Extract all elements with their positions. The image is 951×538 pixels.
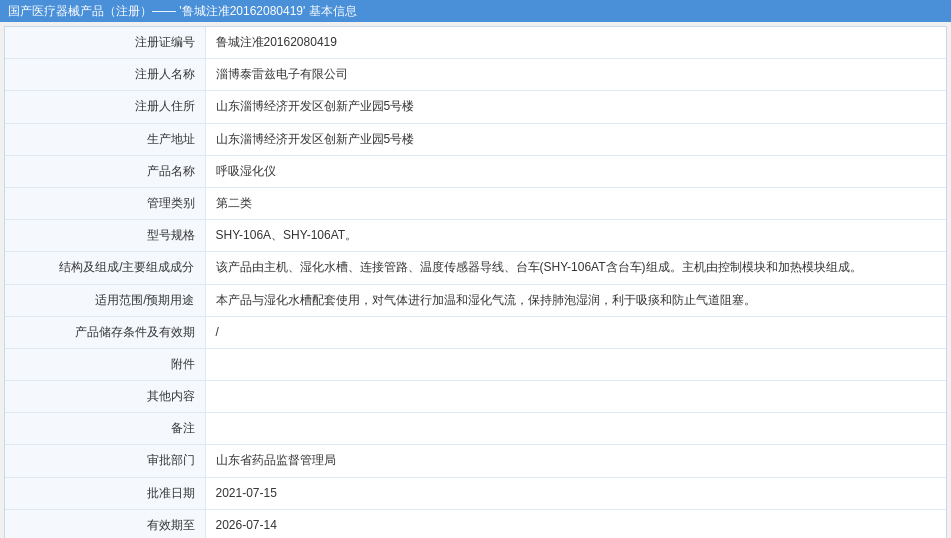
field-label: 结构及组成/主要组成成分 — [5, 252, 205, 284]
field-value: / — [205, 316, 946, 348]
info-table: 注册证编号鲁城注准20162080419注册人名称淄博泰雷兹电子有限公司注册人住… — [5, 27, 946, 538]
table-row: 结构及组成/主要组成成分该产品由主机、湿化水槽、连接管路、温度传感器导线、台车(… — [5, 252, 946, 284]
field-label: 管理类别 — [5, 187, 205, 219]
table-row: 备注 — [5, 413, 946, 445]
field-label: 批准日期 — [5, 477, 205, 509]
field-label: 其他内容 — [5, 381, 205, 413]
field-label: 产品名称 — [5, 155, 205, 187]
content-area: 注册证编号鲁城注准20162080419注册人名称淄博泰雷兹电子有限公司注册人住… — [4, 26, 947, 538]
field-value — [205, 413, 946, 445]
field-value: 该产品由主机、湿化水槽、连接管路、温度传感器导线、台车(SHY-106AT含台车… — [205, 252, 946, 284]
field-label: 适用范围/预期用途 — [5, 284, 205, 316]
field-label: 审批部门 — [5, 445, 205, 477]
table-row: 生产地址山东淄博经济开发区创新产业园5号楼 — [5, 123, 946, 155]
table-row: 产品储存条件及有效期/ — [5, 316, 946, 348]
table-row: 适用范围/预期用途本产品与湿化水槽配套使用，对气体进行加温和湿化气流，保持肺泡湿… — [5, 284, 946, 316]
table-row: 其他内容 — [5, 381, 946, 413]
table-row: 批准日期2021-07-15 — [5, 477, 946, 509]
table-row: 有效期至2026-07-14 — [5, 509, 946, 538]
field-label: 产品储存条件及有效期 — [5, 316, 205, 348]
field-value: 淄博泰雷兹电子有限公司 — [205, 59, 946, 91]
field-label: 注册人名称 — [5, 59, 205, 91]
field-value: 第二类 — [205, 187, 946, 219]
field-value: 2026-07-14 — [205, 509, 946, 538]
field-label: 注册人住所 — [5, 91, 205, 123]
table-row: 审批部门山东省药品监督管理局 — [5, 445, 946, 477]
field-value: SHY-106A、SHY-106AT。 — [205, 220, 946, 252]
field-value — [205, 381, 946, 413]
table-row: 附件 — [5, 348, 946, 380]
field-value: 呼吸湿化仪 — [205, 155, 946, 187]
table-row: 型号规格SHY-106A、SHY-106AT。 — [5, 220, 946, 252]
title-bar: 国产医疗器械产品（注册）—— '鲁城注准20162080419' 基本信息 — [0, 0, 951, 22]
field-value: 本产品与湿化水槽配套使用，对气体进行加温和湿化气流，保持肺泡湿润，利于吸痰和防止… — [205, 284, 946, 316]
field-label: 附件 — [5, 348, 205, 380]
field-value: 鲁城注准20162080419 — [205, 27, 946, 59]
field-value: 山东省药品监督管理局 — [205, 445, 946, 477]
field-value: 山东淄博经济开发区创新产业园5号楼 — [205, 91, 946, 123]
field-value — [205, 348, 946, 380]
table-row: 注册人住所山东淄博经济开发区创新产业园5号楼 — [5, 91, 946, 123]
field-value: 2021-07-15 — [205, 477, 946, 509]
table-row: 管理类别第二类 — [5, 187, 946, 219]
field-label: 注册证编号 — [5, 27, 205, 59]
table-row: 注册人名称淄博泰雷兹电子有限公司 — [5, 59, 946, 91]
field-label: 有效期至 — [5, 509, 205, 538]
title-text: 国产医疗器械产品（注册）—— '鲁城注准20162080419' 基本信息 — [8, 3, 357, 20]
table-row: 注册证编号鲁城注准20162080419 — [5, 27, 946, 59]
field-label: 生产地址 — [5, 123, 205, 155]
field-label: 型号规格 — [5, 220, 205, 252]
table-row: 产品名称呼吸湿化仪 — [5, 155, 946, 187]
field-label: 备注 — [5, 413, 205, 445]
field-value: 山东淄博经济开发区创新产业园5号楼 — [205, 123, 946, 155]
